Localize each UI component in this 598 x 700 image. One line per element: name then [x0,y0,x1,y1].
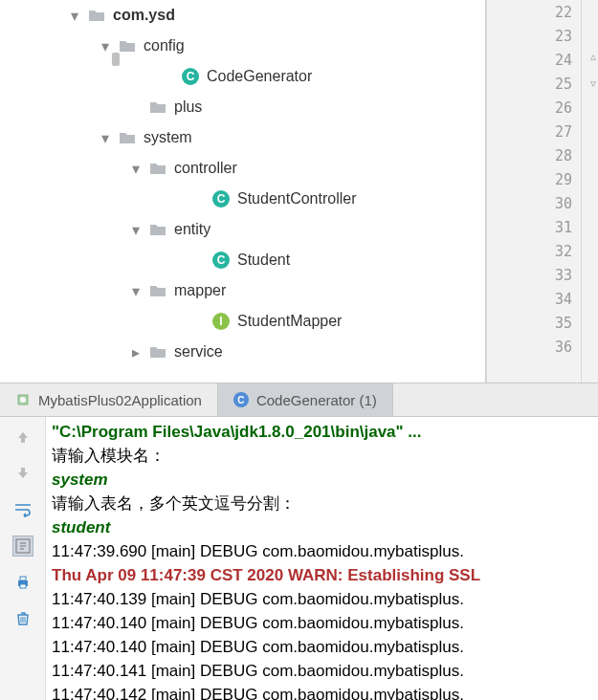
folder-icon [119,129,136,146]
fold-up-icon: ▵ [590,50,596,63]
console-line: system [52,470,108,489]
run-tab[interactable]: CCodeGenerator (1) [218,383,393,416]
chevron-down-icon[interactable]: ▾ [67,8,82,23]
chevron-right-icon[interactable]: ▸ [128,344,144,360]
tree-item[interactable]: ▾controller [0,153,485,184]
tree-item-label: entity [174,221,210,238]
folder-icon [149,343,166,361]
tree-item[interactable]: ▾system [0,122,485,153]
tree-item-label: plus [174,98,202,116]
line-number: 29 [487,167,595,191]
tree-item-label: StudentController [237,190,357,208]
tree-item[interactable]: CStudent [0,245,485,275]
console-line: 11:47:40.141 [main] DEBUG com.baomidou.m… [52,662,464,680]
class-icon: C [182,68,199,85]
class-icon: C [212,252,230,269]
line-number: 22 [487,0,595,24]
console-line: Thu Apr 09 11:47:39 CST 2020 WARN: Estab… [52,566,480,584]
console-line: 11:47:40.140 [main] DEBUG com.baomidou.m… [52,638,464,656]
run-tab[interactable]: MybatisPlus02Application [0,383,218,416]
line-number-gutter: 222324252627282930313233343536 [486,0,596,383]
tree-item[interactable]: IStudentMapper [0,306,485,337]
tree-item[interactable]: ▸service [0,337,485,367]
line-number: 25 [487,72,595,96]
line-number: 30 [487,191,595,215]
console-line: 请输入模块名： [52,447,166,465]
print-icon[interactable] [12,572,33,593]
class-icon: C [212,190,230,208]
chevron-down-icon[interactable]: ▾ [128,161,144,176]
svg-rect-3 [20,577,26,580]
console-line: student [52,518,110,536]
line-number: 27 [487,120,595,143]
tree-item-label: Student [237,252,290,269]
class-icon: C [233,392,249,407]
console-line: 11:47:40.139 [main] DEBUG com.baomidou.m… [52,590,464,608]
line-number: 23 [487,24,595,48]
tab-label: CodeGenerator (1) [256,392,377,408]
soft-wrap-icon[interactable] [12,499,33,520]
folder-icon [149,221,166,238]
folder-icon [88,7,105,24]
line-number: 35 [487,311,595,335]
chevron-down-icon[interactable]: ▾ [98,38,113,54]
line-number: 34 [487,287,595,311]
line-number: 33 [487,263,595,287]
fold-down-icon: ▿ [590,77,596,90]
svg-rect-4 [20,584,26,588]
tree-item-label: config [144,37,185,55]
line-number: 26 [487,96,595,120]
tree-item[interactable]: ▾entity [0,214,485,245]
tree-item[interactable]: ▾com.ysd [0,0,485,31]
folder-icon [149,98,166,116]
svg-point-0 [20,397,26,403]
line-number: 36 [487,335,595,359]
tree-item-label: mapper [174,282,226,299]
tab-label: MybatisPlus02Application [38,392,202,408]
tree-item[interactable]: CCodeGenerator [0,61,485,92]
tree-item[interactable]: plus [0,92,485,122]
console-line: 11:47:39.690 [main] DEBUG com.baomidou.m… [52,542,464,560]
console-line: 11:47:40.140 [main] DEBUG com.baomidou.m… [52,614,464,632]
run-tabs: MybatisPlus02ApplicationCCodeGenerator (… [0,383,598,417]
project-tree[interactable]: ▾com.ysd▾configCCodeGeneratorplus▾system… [0,0,486,383]
line-number: 28 [487,143,595,167]
console-line: "C:\Program Files\Java\jdk1.8.0_201\bin\… [52,423,422,441]
folder-icon [149,160,166,177]
trash-icon[interactable] [12,608,33,629]
right-strip: ▵ ▿ [581,0,598,383]
tree-item-label: controller [174,160,237,177]
line-number: 31 [487,215,595,239]
tree-item[interactable]: ▾config [0,31,485,61]
console-output[interactable]: "C:\Program Files\Java\jdk1.8.0_201\bin\… [46,417,598,700]
tree-item-label: StudentMapper [237,313,342,330]
line-number: 32 [487,239,595,263]
app-icon [15,392,31,407]
scrollbar-handle[interactable] [112,53,120,66]
tree-item-label: CodeGenerator [207,68,312,85]
tree-item[interactable]: CStudentController [0,184,485,214]
chevron-down-icon[interactable]: ▾ [128,283,144,298]
arrow-down-icon[interactable] [12,463,33,484]
tree-item-label: system [144,129,192,146]
console-line: 请输入表名，多个英文逗号分割： [52,494,296,513]
chevron-down-icon[interactable]: ▾ [98,130,113,145]
tree-item-label: com.ysd [113,7,175,24]
tree-item[interactable]: ▾mapper [0,275,485,306]
folder-icon [149,282,166,299]
console-toolbar [0,417,46,700]
console-line: 11:47:40.142 [main] DEBUG com.baomidou.m… [52,686,464,700]
interface-icon: I [212,313,230,330]
line-number: 24 [487,48,595,72]
tree-item-label: service [174,343,223,361]
arrow-up-icon[interactable] [12,427,33,448]
folder-icon [119,37,136,55]
scroll-to-end-icon[interactable] [12,536,33,557]
chevron-down-icon[interactable]: ▾ [128,222,144,237]
